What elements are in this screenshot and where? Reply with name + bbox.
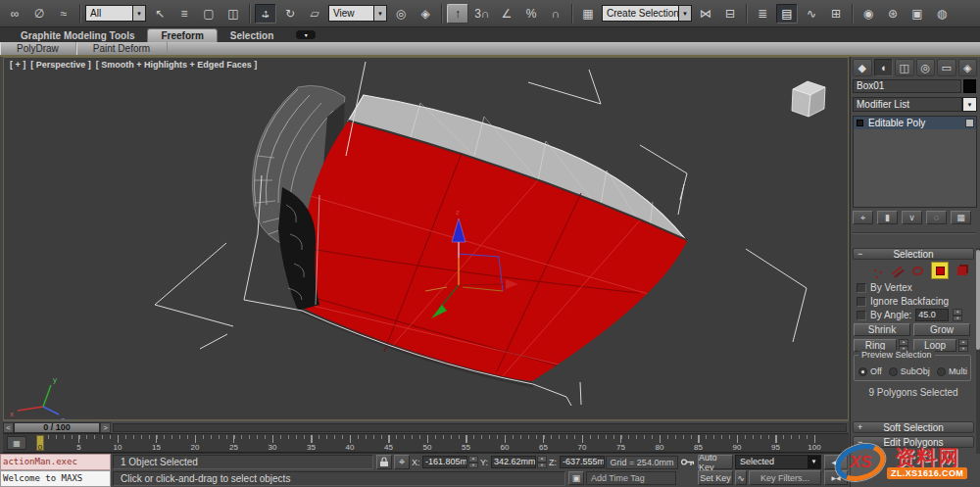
x-coordinate-field[interactable]: -161.805m (422, 456, 467, 468)
percent-snap-toggle[interactable]: % (520, 4, 542, 24)
spinner-snap-toggle[interactable]: ∩ (545, 4, 566, 24)
tab-modify-icon[interactable]: ◖ (874, 59, 894, 76)
subobject-vertex-icon[interactable] (866, 263, 883, 279)
select-object[interactable]: ↖ (149, 4, 171, 24)
curve-editor[interactable]: ∿ (801, 4, 822, 24)
named-selection-sets-dropdown[interactable]: Create Selection Set▼ (602, 5, 692, 22)
reference-coordinate-system-dropdown-arrow-icon[interactable]: ▼ (373, 6, 386, 21)
select-and-manipulate[interactable]: ◈ (415, 4, 436, 24)
manage-layers[interactable]: ≣ (752, 4, 773, 24)
maxscript-listener-bottom[interactable]: Welcome to MAXS (0, 470, 111, 487)
subtab-polydraw[interactable]: PolyDraw (0, 42, 76, 55)
open-mini-curve-editor-button[interactable]: ▦ (7, 436, 26, 450)
soft-selection-rollout-header[interactable]: + Soft Selection (853, 421, 974, 433)
set-key-button[interactable]: Set Key (698, 470, 733, 485)
render-production[interactable]: ◍ (931, 4, 953, 24)
maxscript-listener-top[interactable]: actionMan.exec (0, 454, 111, 470)
tab-freeform[interactable]: Freeform (147, 28, 217, 42)
y-spinner[interactable] (537, 456, 547, 468)
named-selection-sets-dropdown-arrow-icon[interactable]: ▼ (678, 6, 691, 21)
ignore-backfacing-checkbox[interactable] (857, 297, 866, 307)
selection-rollout-header[interactable]: − Selection (853, 248, 974, 260)
small-box-object[interactable] (792, 81, 825, 117)
time-slider-groove[interactable] (113, 423, 847, 432)
unlink-selection[interactable]: ∅ (28, 4, 50, 24)
tab-hierarchy-icon[interactable]: ◫ (895, 59, 914, 76)
subobject-edge-icon[interactable] (888, 263, 905, 279)
preview-multi-radio[interactable] (937, 367, 946, 376)
object-name-field[interactable]: Box01 (853, 79, 961, 93)
tab-create-icon[interactable]: ◆ (853, 59, 872, 76)
auto-key-button[interactable]: Auto Key (698, 455, 733, 469)
rendered-frame-window[interactable]: ▣ (906, 4, 928, 24)
grow-button[interactable]: Grow (913, 323, 970, 336)
y-coordinate-field[interactable]: 342.62mm (491, 456, 536, 468)
viewport-menu-general[interactable]: [ + ] (10, 60, 25, 70)
render-setup[interactable]: ⊛ (882, 4, 904, 24)
material-editor[interactable]: ◉ (858, 4, 879, 24)
next-frame-button[interactable]: > (100, 422, 111, 433)
perspective-viewport[interactable]: z x y z [ + ] [ Perspective ] [ Smooth +… (3, 57, 849, 420)
subobject-border-icon[interactable] (909, 263, 926, 279)
z-coordinate-field[interactable]: -637.555m (560, 456, 605, 468)
mirror[interactable]: ⋈ (695, 4, 716, 24)
bind-to-space-warp[interactable]: ≈ (53, 4, 74, 24)
set-keys-button[interactable] (680, 454, 696, 470)
tab-display-icon[interactable]: ▭ (937, 59, 956, 76)
tab-selection[interactable]: Selection (218, 28, 286, 42)
key-set-selector-dropdown[interactable]: Selected ▼ (735, 455, 821, 469)
by-angle-field[interactable]: 45.0 (915, 309, 949, 321)
modifier-stack[interactable]: Editable Poly (853, 116, 977, 208)
keyboard-shortcut-override-toggle[interactable]: ↑ (447, 4, 468, 24)
pin-stack-button[interactable]: ⌖ (853, 211, 873, 224)
loop-spinner[interactable] (958, 339, 968, 352)
select-and-rotate[interactable]: ↻ (279, 4, 301, 24)
preview-off-radio[interactable] (858, 367, 867, 376)
rectangular-selection-region[interactable]: ▢ (198, 4, 220, 24)
align[interactable]: ⊟ (719, 4, 741, 24)
subtab-paint-deform[interactable]: Paint Deform (76, 42, 168, 55)
selection-lock-button[interactable] (376, 455, 392, 469)
angle-snap-toggle[interactable]: ∠ (496, 4, 517, 24)
track-bar[interactable]: ▦ 05101520253035404550556065707580859095… (3, 433, 849, 453)
stack-row-editable-poly[interactable]: Editable Poly (854, 117, 976, 129)
reference-coordinate-system-dropdown[interactable]: View▼ (328, 5, 387, 22)
configure-modifier-sets-button[interactable]: ▦ (951, 211, 971, 224)
edit-named-selection-sets[interactable]: ▦ (577, 4, 599, 24)
selection-filter-dropdown-arrow-icon[interactable]: ▼ (132, 6, 145, 21)
previous-frame-button[interactable]: < (3, 422, 14, 433)
window-crossing-toggle[interactable]: ◫ (222, 4, 244, 24)
tab-motion-icon[interactable]: ◎ (916, 59, 936, 76)
add-time-tag-field[interactable]: Add Time Tag (586, 471, 676, 485)
modifier-list-arrow-icon[interactable]: ▼ (962, 97, 977, 112)
ribbon-minimize-toggle[interactable]: ▾ (296, 30, 316, 39)
time-slider-handle[interactable]: 0 / 100 (14, 422, 100, 433)
panel-scrollbar-thumb[interactable] (976, 250, 980, 350)
absolute-mode-transform-button[interactable]: ⌖ (394, 455, 410, 469)
use-pivot-point-center[interactable]: ◎ (390, 4, 412, 24)
select-and-move[interactable]: ↔↕ (255, 4, 276, 24)
preview-subobj-radio[interactable] (889, 367, 898, 376)
shrink-button[interactable]: Shrink (854, 323, 910, 336)
select-and-scale[interactable]: ▱ (304, 4, 325, 24)
viewport-menu-shading[interactable]: [ Smooth + Highlights + Edged Faces ] (96, 60, 258, 70)
selection-filter-dropdown[interactable]: All▼ (85, 5, 146, 22)
x-spinner[interactable] (468, 456, 478, 468)
make-unique-button[interactable]: ∨ (902, 211, 922, 224)
graphite-ribbon-toggle[interactable]: ▤ (776, 4, 798, 24)
show-end-result-button[interactable]: ▮ (877, 211, 898, 224)
time-tag-icon-button[interactable]: ▣ (568, 471, 584, 485)
snaps-toggle[interactable]: 3∩ (471, 4, 493, 24)
key-filters-button[interactable]: Key Filters... (749, 470, 821, 485)
remove-modifier-button[interactable]: ◌ (926, 211, 947, 224)
by-angle-spinner[interactable] (953, 309, 962, 321)
tab-graphite-modeling-tools[interactable]: Graphite Modeling Tools (8, 28, 147, 42)
panel-scrollbar[interactable] (976, 248, 980, 454)
object-color-swatch[interactable] (963, 79, 976, 93)
schematic-view[interactable]: ⊞ (825, 4, 847, 24)
select-and-link[interactable]: ∞ (4, 4, 25, 24)
by-vertex-checkbox[interactable] (857, 283, 866, 293)
select-by-name[interactable]: ≡ (173, 4, 195, 24)
key-filters-curve-icon[interactable]: ∿ (735, 470, 747, 485)
stack-onoff-icon[interactable] (965, 119, 974, 127)
